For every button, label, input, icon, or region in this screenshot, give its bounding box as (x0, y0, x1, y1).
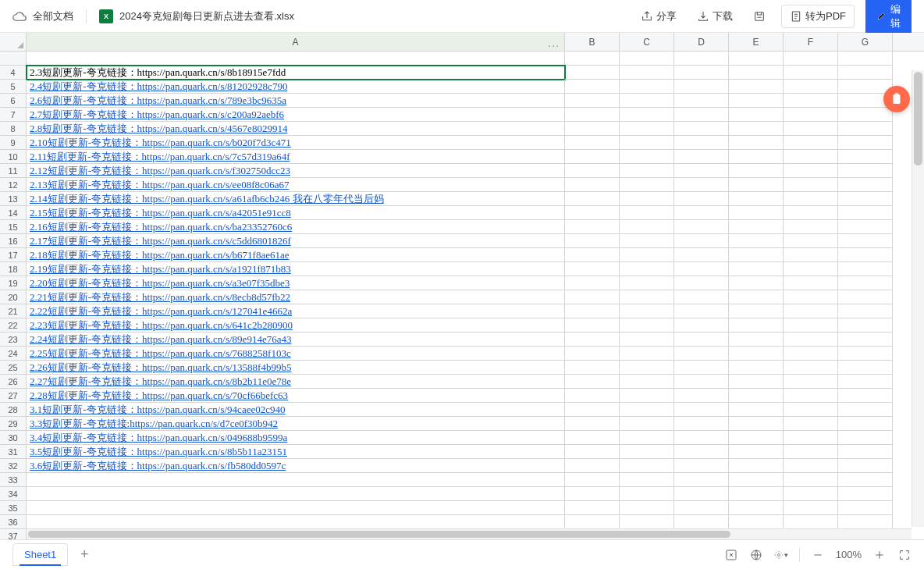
cell[interactable] (838, 192, 893, 206)
cell[interactable] (27, 473, 565, 487)
cell[interactable]: 2.18短剧更新-夸克链接：https://pan.quark.cn/s/b67… (27, 248, 565, 262)
row-header[interactable]: 10 (0, 150, 27, 164)
cell[interactable]: 2.23短剧更新-夸克链接：https://pan.quark.cn/s/641… (27, 318, 565, 333)
cell[interactable] (674, 276, 729, 290)
cell[interactable]: 2.27短剧更新-夸克链接：https://pan.quark.cn/s/8b2… (27, 375, 565, 389)
row-header[interactable]: 6 (0, 94, 27, 108)
cell[interactable] (729, 122, 784, 136)
cell[interactable] (784, 403, 838, 417)
cell[interactable] (784, 290, 838, 304)
cell[interactable] (729, 445, 784, 459)
sheet-tab-1[interactable]: Sheet1 (12, 543, 68, 566)
cell[interactable]: 3.3短剧更新-夸克链接:https://pan.quark.cn/s/d7ce… (27, 417, 565, 431)
cell[interactable] (620, 389, 674, 403)
cell[interactable] (620, 417, 674, 431)
cell[interactable] (565, 515, 620, 529)
column-header-c[interactable]: C (620, 33, 674, 51)
cell[interactable] (838, 487, 893, 501)
cell[interactable] (838, 164, 893, 178)
edit-button[interactable]: 编辑 (865, 0, 912, 35)
cell[interactable] (838, 122, 893, 136)
cell[interactable]: 2.3短剧更新-夸克链接：https://pan.quark.cn/s/8b18… (27, 66, 565, 80)
cell[interactable] (838, 318, 893, 333)
cell[interactable] (838, 445, 893, 459)
cell[interactable] (565, 80, 620, 94)
row-header[interactable]: 9 (0, 136, 27, 150)
cell[interactable] (565, 122, 620, 136)
cell[interactable] (620, 66, 674, 80)
cell[interactable] (674, 248, 729, 262)
cell[interactable] (620, 80, 674, 94)
cell[interactable] (674, 375, 729, 389)
cell[interactable] (674, 66, 729, 80)
cell[interactable] (838, 347, 893, 361)
cell[interactable] (620, 445, 674, 459)
row-header[interactable]: 12 (0, 178, 27, 192)
cell[interactable] (565, 248, 620, 262)
cell[interactable] (674, 333, 729, 347)
scrollbar-thumb[interactable] (28, 531, 730, 538)
cell[interactable] (784, 52, 838, 66)
cell[interactable] (784, 276, 838, 290)
row-header[interactable]: 17 (0, 248, 27, 262)
cell[interactable] (565, 445, 620, 459)
cell[interactable] (674, 52, 729, 66)
cell[interactable] (27, 487, 565, 501)
row-header[interactable]: 32 (0, 459, 27, 473)
row-header[interactable]: 27 (0, 389, 27, 403)
cell[interactable] (729, 178, 784, 192)
cell[interactable] (674, 417, 729, 431)
cell[interactable] (620, 122, 674, 136)
cell[interactable] (565, 417, 620, 431)
cell[interactable]: 2.28短剧更新-夸克链接：https://pan.quark.cn/s/70c… (27, 389, 565, 403)
cell[interactable] (620, 347, 674, 361)
cell[interactable]: 2.24短剧更新-夸克链接：https://pan.quark.cn/s/89e… (27, 333, 565, 347)
cell[interactable] (674, 459, 729, 473)
cell[interactable] (729, 52, 784, 66)
cell[interactable] (674, 136, 729, 150)
cell[interactable]: 2.22短剧更新-夸克链接：https://pan.quark.cn/s/127… (27, 304, 565, 318)
cell[interactable] (729, 318, 784, 333)
row-header[interactable]: 7 (0, 108, 27, 122)
cell[interactable] (565, 220, 620, 234)
cell[interactable] (620, 164, 674, 178)
cell[interactable] (838, 52, 893, 66)
cell[interactable] (729, 108, 784, 122)
cell[interactable] (838, 417, 893, 431)
row-header[interactable]: 8 (0, 122, 27, 136)
cell[interactable] (620, 361, 674, 375)
vertical-scrollbar[interactable] (912, 70, 924, 527)
cell[interactable]: 2.15短剧更新-夸克链接：https://pan.quark.cn/s/a42… (27, 206, 565, 220)
cell[interactable] (620, 94, 674, 108)
cell[interactable] (674, 206, 729, 220)
cell[interactable] (565, 66, 620, 80)
row-header[interactable]: 4 (0, 66, 27, 80)
row-header[interactable]: 14 (0, 206, 27, 220)
cell[interactable] (838, 431, 893, 445)
cell[interactable] (838, 108, 893, 122)
cell[interactable] (620, 501, 674, 515)
cell[interactable] (674, 122, 729, 136)
cell[interactable] (784, 445, 838, 459)
cell[interactable] (784, 417, 838, 431)
cell[interactable] (620, 52, 674, 66)
cell[interactable] (565, 459, 620, 473)
cell[interactable] (565, 136, 620, 150)
cell[interactable] (620, 178, 674, 192)
cell[interactable]: 2.25短剧更新-夸克链接：https://pan.quark.cn/s/768… (27, 347, 565, 361)
cell[interactable] (565, 501, 620, 515)
cell[interactable] (27, 501, 565, 515)
row-header[interactable]: 13 (0, 192, 27, 206)
cell[interactable]: 2.6短剧更新-夸克链接：https://pan.quark.cn/s/789e… (27, 94, 565, 108)
cell[interactable] (565, 403, 620, 417)
cell[interactable] (565, 389, 620, 403)
fullscreen-icon[interactable] (897, 548, 912, 562)
row-header[interactable]: 23 (0, 333, 27, 347)
cell[interactable] (784, 473, 838, 487)
cell[interactable] (620, 206, 674, 220)
cell[interactable] (784, 515, 838, 529)
cell[interactable]: 2.11短剧更新-夸克链接：https://pan.quark.cn/s/7c5… (27, 150, 565, 164)
cell[interactable] (565, 487, 620, 501)
row-header[interactable]: 15 (0, 220, 27, 234)
cell[interactable] (565, 178, 620, 192)
